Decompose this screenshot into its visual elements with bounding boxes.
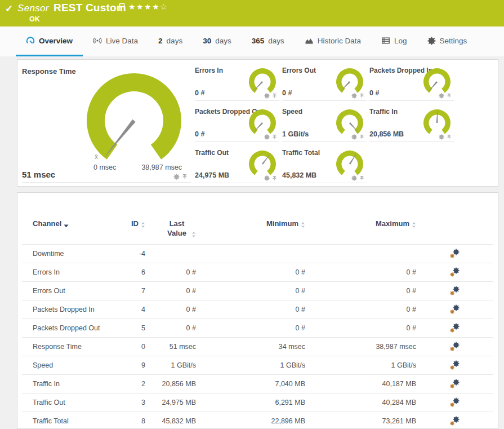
- tab-2-days[interactable]: 2days: [148, 26, 193, 56]
- channel-id-cell: 2: [123, 375, 145, 393]
- channel-settings-icon[interactable]: [450, 249, 460, 260]
- gauge-settings-icon[interactable]: [351, 134, 357, 140]
- channel-minimum-cell: 1 GBit/s: [196, 356, 305, 375]
- channel-minimum-cell: 22,896 MB: [196, 412, 305, 429]
- gauge-pin-icon[interactable]: [447, 134, 452, 140]
- channel-name-cell: Traffic Total: [22, 412, 123, 429]
- log-icon: [381, 36, 390, 45]
- gauge-settings-icon[interactable]: [439, 134, 444, 140]
- gauge-icon: [26, 36, 35, 45]
- channel-gauge-cell: Packets Dropped In 0 #: [369, 60, 454, 101]
- channel-last-value-cell: 1 GBit/s: [145, 356, 196, 375]
- gauge-pin-icon[interactable]: [447, 93, 452, 99]
- channel-minimum-cell: [196, 245, 305, 263]
- gauge-pin-icon[interactable]: [272, 175, 277, 181]
- gauge-pin-icon[interactable]: [359, 134, 364, 140]
- sort-icon: [301, 222, 305, 228]
- response-time-gauge-panel: Response Time x̄ 0 msec 38,987 msec 51 m…: [22, 60, 191, 183]
- tab-365-days[interactable]: 365days: [242, 26, 295, 56]
- column-header-actions: [416, 193, 493, 245]
- channel-id-cell: 0: [123, 338, 145, 356]
- channel-settings-icon[interactable]: [450, 323, 460, 334]
- gauge-settings-icon[interactable]: [264, 175, 270, 181]
- channel-maximum-cell: [305, 245, 416, 263]
- gauge-pin-icon[interactable]: [359, 175, 364, 181]
- channel-last-value-cell: 45,832 MB: [145, 412, 196, 429]
- gauge-title: Traffic In: [369, 108, 398, 116]
- channel-settings-icon[interactable]: [450, 342, 460, 353]
- gauge-title: Traffic Out: [195, 149, 229, 157]
- channel-gauge-cell: Errors In 0 #: [195, 60, 279, 101]
- tab-overview[interactable]: Overview: [16, 26, 83, 56]
- tab-30-days[interactable]: 30days: [193, 26, 242, 56]
- status-check-icon: ✓: [5, 3, 13, 15]
- tab-historic-data[interactable]: Historic Data: [295, 26, 371, 56]
- gauge-value: 20,856 MB: [369, 130, 404, 138]
- gauge-value: 0 #: [195, 130, 204, 138]
- channel-minimum-cell: 0 #: [196, 282, 305, 300]
- sensor-title: REST Custom: [53, 2, 126, 14]
- table-row: Traffic Total 8 45,832 MB 22,896 MB 73,2…: [22, 412, 493, 429]
- channel-gauges-grid: Errors In 0 # Errors Out 0 # Packets Dro…: [195, 60, 460, 183]
- settings-gear-icon: [427, 37, 436, 45]
- channel-settings-icon[interactable]: [450, 397, 460, 409]
- table-row: Traffic In 2 20,856 MB 7,040 MB 40,187 M…: [22, 375, 493, 393]
- table-row: Response Time 0 51 msec 34 msec 38,987 m…: [22, 338, 493, 356]
- channel-gauge-cell: Errors Out 0 #: [282, 60, 367, 101]
- gauge-settings-icon[interactable]: [439, 93, 444, 99]
- gauge-pin-icon[interactable]: [182, 174, 188, 180]
- channel-settings-icon[interactable]: [450, 416, 460, 427]
- gauge-settings-icon[interactable]: [173, 174, 180, 180]
- table-row: Downtime -4: [22, 245, 493, 263]
- gauge-settings-icon[interactable]: [264, 93, 270, 99]
- channels-table: Channel ID Last Value: [22, 193, 493, 429]
- column-header-id[interactable]: ID: [123, 193, 145, 245]
- channel-maximum-cell: 1 GBit/s: [305, 356, 416, 375]
- column-header-minimum[interactable]: Minimum: [196, 193, 305, 245]
- gauge-pin-icon[interactable]: [272, 134, 277, 140]
- tab-settings[interactable]: Settings: [417, 26, 478, 56]
- channel-settings-icon[interactable]: [450, 267, 460, 278]
- channel-settings-icon[interactable]: [450, 304, 460, 316]
- gauge-value: 0 #: [195, 89, 204, 97]
- channel-last-value-cell: 0 #: [145, 319, 196, 338]
- flag-icon[interactable]: [118, 3, 126, 11]
- channel-id-cell: 8: [123, 412, 145, 429]
- channel-minimum-cell: 7,040 MB: [196, 375, 305, 393]
- column-header-channel[interactable]: Channel: [22, 193, 123, 245]
- gauge-pin-icon[interactable]: [359, 93, 364, 99]
- gauge-pin-icon[interactable]: [272, 93, 277, 99]
- table-row: Errors In 6 0 # 0 # 0 #: [22, 263, 493, 282]
- sort-icon: [191, 232, 196, 237]
- table-row: Packets Dropped In 4 0 # 0 # 0 #: [22, 300, 493, 319]
- channel-maximum-cell: 0 #: [305, 282, 416, 300]
- channel-maximum-cell: 38,987 msec: [305, 338, 416, 356]
- gauge-settings-icon[interactable]: [351, 175, 357, 181]
- channel-name-cell: Downtime: [22, 245, 123, 263]
- gauge-settings-icon[interactable]: [351, 93, 357, 99]
- sorted-desc-icon: [64, 224, 69, 228]
- column-header-last-value[interactable]: Last Value: [145, 193, 196, 245]
- gauge-value: 0 #: [282, 89, 292, 97]
- gauge-title: Traffic Total: [282, 149, 320, 157]
- channel-maximum-cell: 0 #: [305, 263, 416, 282]
- sort-icon: [141, 222, 145, 228]
- priority-stars[interactable]: ★★★★☆: [128, 2, 168, 11]
- channel-settings-icon[interactable]: [450, 286, 460, 297]
- channel-id-cell: 4: [123, 300, 145, 319]
- channel-minimum-cell: 0 #: [196, 300, 305, 319]
- channel-settings-icon[interactable]: [450, 379, 460, 390]
- channel-last-value-cell: 20,856 MB: [145, 375, 196, 393]
- column-header-maximum[interactable]: Maximum: [305, 193, 416, 245]
- sensor-type-label: Sensor: [17, 3, 49, 14]
- channel-name-cell: Traffic In: [22, 375, 123, 393]
- tab-log[interactable]: Log: [371, 26, 417, 56]
- gauges-panel: Response Time x̄ 0 msec 38,987 msec 51 m…: [17, 59, 498, 187]
- channel-id-cell: -4: [123, 245, 145, 263]
- tab-live-data[interactable]: Live Data: [83, 26, 148, 56]
- channel-id-cell: 3: [123, 393, 145, 412]
- gauge-settings-icon[interactable]: [264, 134, 270, 140]
- channel-maximum-cell: 0 #: [305, 300, 416, 319]
- channel-settings-icon[interactable]: [450, 360, 460, 371]
- sensor-status-text: OK: [29, 15, 40, 23]
